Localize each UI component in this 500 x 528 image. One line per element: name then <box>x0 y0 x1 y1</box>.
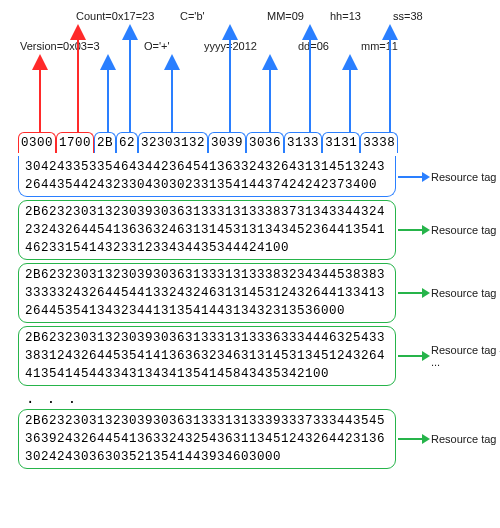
resource-tag-block: 2B62323031323039303631333131333837313433… <box>18 200 396 260</box>
resource-tag-label: Resource tag 4... <box>431 344 500 368</box>
header-label: dd=06 <box>298 40 329 52</box>
resource-tag-row: 2B62323031323039303631333131333633344463… <box>20 326 490 386</box>
header-arrows <box>20 62 490 132</box>
header-label: MM=09 <box>267 10 304 22</box>
hex-header-group: 62 <box>116 132 138 153</box>
header-label: hh=13 <box>330 10 361 22</box>
ellipsis: . . . <box>26 390 490 406</box>
final-tag-area: 2B62323031323039303631333131333933373334… <box>20 409 490 469</box>
hex-header-group: 3338 <box>360 132 398 153</box>
resource-tag-block: 2B62323031323039303631333131333933373334… <box>18 409 396 469</box>
header-label: Version=0x03=3 <box>20 40 100 52</box>
resource-tag-block: 2B62323031323039303631333131333832343445… <box>18 263 396 323</box>
hex-header-group: 3131 <box>322 132 360 153</box>
header-label: O='+' <box>144 40 170 52</box>
hex-header-group: 3036 <box>246 132 284 153</box>
header-labels-row-1: Count=0x17=23C='b'MM=09hh=13ss=38 <box>20 10 490 30</box>
resource-tag-row: 3042433533546434423645413633243264313145… <box>20 156 490 197</box>
resource-tag-block: 3042433533546434423645413633243264313145… <box>18 156 396 197</box>
arrow-right-icon <box>396 221 431 239</box>
resource-tag-area: 3042433533546434423645413633243264313145… <box>20 156 490 386</box>
header-label: C='b' <box>180 10 205 22</box>
hex-header-row: 030017002B623230313230393036313331313338 <box>18 132 490 153</box>
resource-tag-label: Resource tag 2 <box>431 224 500 236</box>
resource-tag-row: 2B62323031323039303631333131333832343445… <box>20 263 490 323</box>
resource-tag-label: Resource tag 23 <box>431 433 500 445</box>
arrow-right-icon <box>396 284 431 302</box>
header-label: ss=38 <box>393 10 423 22</box>
hex-header-group: 32303132 <box>138 132 208 153</box>
hex-header-group: 0300 <box>18 132 56 153</box>
resource-tag-label: Resource tag 3 <box>431 287 500 299</box>
resource-tag-row: 2B62323031323039303631333131333933373334… <box>20 409 490 469</box>
resource-tag-row: 2B62323031323039303631333131333837313433… <box>20 200 490 260</box>
header-label: mm=11 <box>361 40 398 52</box>
hex-header-group: 1700 <box>56 132 94 153</box>
header-labels-row-2: Version=0x03=3O='+'yyyy=2012dd=06mm=11 <box>20 40 490 60</box>
header-label: Count=0x17=23 <box>76 10 154 22</box>
resource-tag-block: 2B62323031323039303631333131333633344463… <box>18 326 396 386</box>
hex-header-group: 2B <box>94 132 116 153</box>
hex-header-group: 3133 <box>284 132 322 153</box>
arrow-right-icon <box>396 347 431 365</box>
resource-tag-label: Resource tag 1 <box>431 171 500 183</box>
arrow-right-icon <box>396 430 431 448</box>
arrow-right-icon <box>396 168 431 186</box>
hex-header-group: 3039 <box>208 132 246 153</box>
